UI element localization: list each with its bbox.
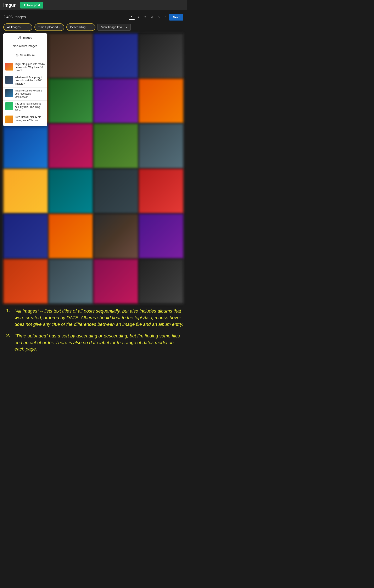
album-item-2[interactable]: What would Trump say if he could call th… [3,74,47,87]
album-title-3: Imagine someone calling you repeatedly U… [15,89,45,99]
chevron-down-icon: ▾ [27,26,29,29]
logo-chevron-icon: ▾ [16,4,18,7]
grid-cell-17[interactable] [3,214,48,259]
controls-row: 2,406 images 1 2 3 4 5 6 Next [3,14,183,21]
pagination: 1 2 3 4 5 6 Next [129,14,183,21]
new-album-label: New Album [20,53,35,57]
grid-cell-3[interactable] [94,33,138,78]
annotation-list: 1. “All Images” -- lists text titles of … [6,308,183,352]
grid-cell-22[interactable] [49,259,93,304]
imgur-logo[interactable]: imgur ▾ [3,2,18,8]
album-title-4: The child has a national security role. … [15,102,45,112]
album-list: Imgur struggles with media censorship. W… [3,60,47,126]
image-count: 2,406 images [3,15,126,19]
grid-cell-11[interactable] [94,124,138,168]
new-post-label: New post [27,3,40,7]
grid-cell-7[interactable] [94,79,138,123]
album-item-3[interactable]: Imagine someone calling you repeatedly U… [3,87,47,101]
grid-cell-8[interactable] [139,79,183,123]
album-thumb-1 [5,63,13,71]
grid-cell-15[interactable] [94,169,138,214]
next-button[interactable]: Next [169,14,183,21]
grid-cell-13[interactable] [3,169,48,214]
grid-cell-19[interactable] [94,214,138,259]
page-button-3[interactable]: 3 [142,14,148,20]
logo-text: imgur [3,2,16,8]
page-button-2[interactable]: 2 [136,14,141,20]
album-thumb-5 [5,116,13,123]
album-thumb-2 [5,76,13,84]
view-image-info-filter[interactable]: View Image Info ▾ [97,24,131,31]
grid-cell-12[interactable] [139,124,183,168]
dropdown-all-images[interactable]: All Images [3,33,47,42]
dropdown-new-album[interactable]: ⊕ New Album [3,50,47,60]
all-images-label: All Images [7,25,21,29]
album-title-5: Let's just call him by his name, same 'N… [15,116,45,122]
annotation-item-1: 1. “All Images” -- lists text titles of … [6,308,183,328]
annotation-item-2: 2. “Time uploaded” has a sort by ascendi… [6,333,183,353]
chevron-down-icon-4: ▾ [126,26,127,29]
album-title-1: Imgur struggles with media censorship. W… [15,63,45,72]
descending-label: Descending [70,25,85,29]
grid-cell-21[interactable] [3,259,48,304]
page-button-6[interactable]: 6 [162,14,168,20]
time-uploaded-label: Time Uploaded [38,25,58,29]
annotation-text-2: “Time uploaded” has a sort by ascending … [14,333,183,353]
upload-icon: ⬆ [23,3,26,7]
dropdown-non-album-images[interactable]: Non-album Images [3,42,47,50]
plus-icon: ⊕ [16,53,19,57]
album-title-2: What would Trump say if he could call th… [15,76,45,86]
page-button-5[interactable]: 5 [156,14,161,20]
annotation-number-2: 2. [6,333,12,338]
grid-cell-4[interactable] [139,33,183,78]
grid-cell-2[interactable] [49,33,93,78]
all-images-filter[interactable]: All Images ▾ [3,23,32,31]
filter-row: All Images ▾ Time Uploaded ▾ Descending … [3,23,183,31]
new-post-button[interactable]: ⬆ New post [20,2,43,9]
grid-cell-18[interactable] [49,214,93,259]
album-thumb-4 [5,102,13,110]
grid-cell-9[interactable] [3,124,48,168]
album-item-1[interactable]: Imgur struggles with media censorship. W… [3,61,47,74]
page-button-4[interactable]: 4 [149,14,155,20]
grid-cell-6[interactable] [49,79,93,123]
album-thumb-3 [5,89,13,97]
navbar: imgur ▾ ⬆ New post [0,0,187,10]
grid-cell-23[interactable] [94,259,138,304]
grid-cell-10[interactable] [49,124,93,168]
album-item-5[interactable]: Let's just call him by his name, same 'N… [3,114,47,125]
annotation-number-1: 1. [6,308,12,314]
time-uploaded-filter[interactable]: Time Uploaded ▾ [34,23,64,31]
chevron-down-icon-3: ▾ [90,26,92,29]
annotation-section: 1. “All Images” -- lists text titles of … [0,304,187,361]
grid-cell-16[interactable] [139,169,183,214]
content-area: All Images Non-album Images ⊕ New Album … [3,33,183,304]
main-content: 2,406 images 1 2 3 4 5 6 Next All Images… [0,10,187,304]
annotation-text-1: “All Images” -- lists text titles of all… [14,308,183,328]
grid-cell-20[interactable] [139,214,183,259]
album-item-4[interactable]: The child has a national security role. … [3,101,47,114]
descending-filter[interactable]: Descending ▾ [66,23,96,31]
page-button-1[interactable]: 1 [129,14,135,20]
grid-cell-14[interactable] [49,169,93,214]
chevron-down-icon-2: ▾ [59,26,61,29]
grid-cell-24[interactable] [139,259,183,304]
view-image-info-label: View Image Info [101,25,122,29]
dropdown-panel: All Images Non-album Images ⊕ New Album … [3,33,47,126]
